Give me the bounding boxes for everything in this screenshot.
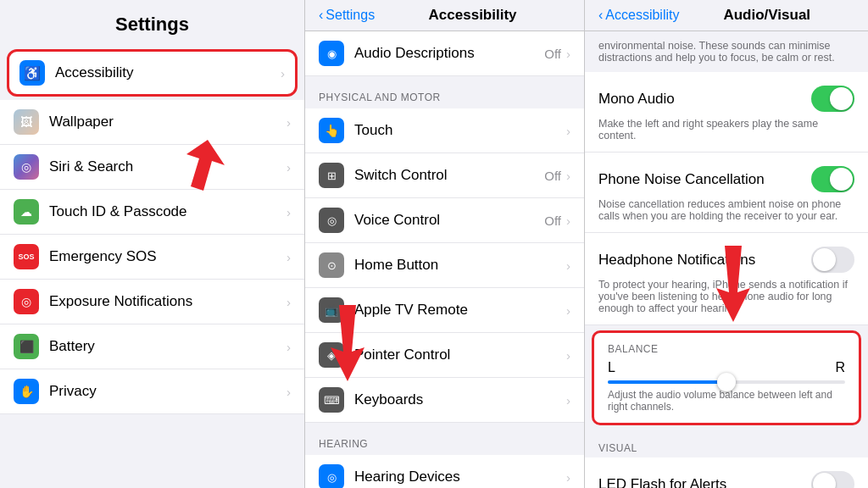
mono-audio-section: Mono Audio Make the left and right speak… xyxy=(585,72,868,152)
privacy-chevron: › xyxy=(287,385,291,399)
sidebar-item-exposure[interactable]: ◎ Exposure Notifications › xyxy=(0,280,304,324)
home-icon: ⊙ xyxy=(319,252,344,278)
middle-nav: ‹ Settings Accessibility xyxy=(305,0,584,31)
sidebar-item-sos[interactable]: SOS Emergency SOS › xyxy=(0,235,304,280)
middle-back-label: Settings xyxy=(326,8,375,23)
settings-list: ♿ Accessibility › 🖼 Wallpaper › ◎ Siri &… xyxy=(0,46,304,488)
section-physical-motor: PHYSICAL AND MOTOR xyxy=(305,76,584,108)
sidebar-item-privacy[interactable]: ✋ Privacy › xyxy=(0,369,304,414)
balance-right-label: R xyxy=(835,360,845,375)
sidebar-item-wallpaper[interactable]: 🖼 Wallpaper › xyxy=(0,100,304,145)
siri-chevron: › xyxy=(287,160,291,175)
accessibility-label: Accessibility xyxy=(55,64,134,81)
right-content: environmental noise. These sounds can mi… xyxy=(585,31,868,488)
intro-text: environmental noise. These sounds can mi… xyxy=(585,31,868,72)
accessibility-icon: ♿ xyxy=(19,60,45,86)
led-flash-row: LED Flash for Alerts xyxy=(598,468,854,488)
phone-noise-toggle[interactable] xyxy=(811,166,854,192)
right-nav: ‹ Accessibility Audio/Visual xyxy=(585,0,868,31)
middle-back-button[interactable]: ‹ Settings xyxy=(319,8,375,23)
settings-title: Settings xyxy=(0,0,304,46)
headphone-desc: To protect your hearing, iPhone sends a … xyxy=(598,279,854,314)
wallpaper-icon: 🖼 xyxy=(14,109,39,135)
voice-chevron: › xyxy=(566,214,570,228)
privacy-icon: ✋ xyxy=(14,379,39,404)
exposure-icon: ◎ xyxy=(14,289,39,314)
right-back-label: Accessibility xyxy=(605,8,679,23)
balance-slider-track xyxy=(608,380,845,384)
balance-slider-thumb[interactable] xyxy=(717,373,736,391)
mono-audio-row: Mono Audio xyxy=(598,82,854,115)
mid-item-hearing[interactable]: ◎ Hearing Devices › xyxy=(305,455,584,488)
left-settings-panel: Settings ♿ Accessibility › 🖼 Wallpaper ›… xyxy=(0,0,305,488)
hearing-chevron: › xyxy=(566,470,570,485)
audio-desc-label: Audio Descriptions xyxy=(354,45,544,62)
balance-desc: Adjust the audio volume balance between … xyxy=(608,389,845,413)
sidebar-item-accessibility[interactable]: ♿ Accessibility › xyxy=(7,49,298,97)
audio-desc-value: Off xyxy=(544,47,561,61)
switch-label: Switch Control xyxy=(354,167,544,184)
hearing-icon: ◎ xyxy=(319,464,344,488)
sidebar-item-siri[interactable]: ◎ Siri & Search › xyxy=(0,145,304,190)
headphone-toggle[interactable] xyxy=(811,247,854,273)
appletv-label: Apple TV Remote xyxy=(354,302,566,319)
mono-audio-desc: Make the left and right speakers play th… xyxy=(598,118,854,141)
led-flash-toggle[interactable] xyxy=(811,471,854,488)
middle-title: Accessibility xyxy=(429,7,517,24)
mid-item-switchcontrol[interactable]: ⊞ Switch Control Off › xyxy=(305,153,584,198)
sidebar-item-battery[interactable]: ⬛ Battery › xyxy=(0,324,304,369)
appletv-chevron: › xyxy=(566,303,570,318)
balance-slider-fill xyxy=(608,380,726,384)
siri-icon: ◎ xyxy=(14,154,39,180)
siri-label: Siri & Search xyxy=(49,158,133,175)
mid-item-voicecontrol[interactable]: ◎ Voice Control Off › xyxy=(305,198,584,243)
voice-icon: ◎ xyxy=(319,208,344,233)
sos-label: Emergency SOS xyxy=(49,248,157,265)
mid-item-pointer[interactable]: ◈ Pointer Control › xyxy=(305,333,584,378)
wallpaper-chevron: › xyxy=(287,115,291,130)
mid-item-audio-descriptions[interactable]: ◉ Audio Descriptions Off › xyxy=(305,31,584,76)
switch-icon: ⊞ xyxy=(319,163,344,188)
pointer-chevron: › xyxy=(566,348,570,363)
wallpaper-label: Wallpaper xyxy=(49,114,114,130)
appletv-icon: 📺 xyxy=(319,297,344,323)
touch-label: Touch xyxy=(354,122,566,139)
mid-item-appletvremote[interactable]: 📺 Apple TV Remote › xyxy=(305,288,584,333)
pointer-label: Pointer Control xyxy=(354,347,566,363)
hearing-label: Hearing Devices xyxy=(354,469,566,485)
phone-noise-label: Phone Noise Cancellation xyxy=(598,171,765,188)
section-hearing: HEARING xyxy=(305,423,584,455)
right-back-button[interactable]: ‹ Accessibility xyxy=(598,8,679,23)
home-label: Home Button xyxy=(354,257,566,274)
middle-list: ◉ Audio Descriptions Off › PHYSICAL AND … xyxy=(305,31,584,488)
sos-chevron: › xyxy=(287,250,291,264)
mono-audio-label: Mono Audio xyxy=(598,91,675,108)
mono-audio-toggle[interactable] xyxy=(811,86,854,112)
mid-item-homebutton[interactable]: ⊙ Home Button › xyxy=(305,243,584,288)
phone-noise-desc: Noise cancellation reduces ambient noise… xyxy=(598,198,854,222)
touchid-label: Touch ID & Passcode xyxy=(49,203,187,220)
battery-label: Battery xyxy=(49,338,95,355)
right-audiovisual-panel: ‹ Accessibility Audio/Visual environment… xyxy=(585,0,868,488)
led-flash-label: LED Flash for Alerts xyxy=(598,476,726,489)
touchid-icon: ☁ xyxy=(14,199,39,225)
battery-chevron: › xyxy=(287,340,291,354)
right-chevron-left-icon: ‹ xyxy=(598,8,603,23)
exposure-label: Exposure Notifications xyxy=(49,293,192,310)
voice-value: Off xyxy=(544,214,561,228)
headphone-label: Headphone Notifications xyxy=(598,252,755,269)
phone-noise-section: Phone Noise Cancellation Noise cancellat… xyxy=(585,152,868,233)
accessibility-chevron: › xyxy=(281,66,285,80)
visual-section-header: VISUAL xyxy=(585,430,868,458)
balance-section: BALANCE L R Adjust the audio volume bala… xyxy=(592,330,861,425)
exposure-chevron: › xyxy=(287,295,291,309)
home-chevron: › xyxy=(566,258,570,273)
balance-header: BALANCE xyxy=(608,343,845,355)
mid-item-keyboards[interactable]: ⌨ Keyboards › xyxy=(305,378,584,423)
privacy-label: Privacy xyxy=(49,383,97,400)
middle-accessibility-panel: ‹ Settings Accessibility ◉ Audio Descrip… xyxy=(305,0,585,488)
sidebar-item-touchid[interactable]: ☁ Touch ID & Passcode › xyxy=(0,190,304,235)
led-flash-section: LED Flash for Alerts xyxy=(585,458,868,488)
battery-icon: ⬛ xyxy=(14,334,39,359)
mid-item-touch[interactable]: 👆 Touch › xyxy=(305,108,584,153)
